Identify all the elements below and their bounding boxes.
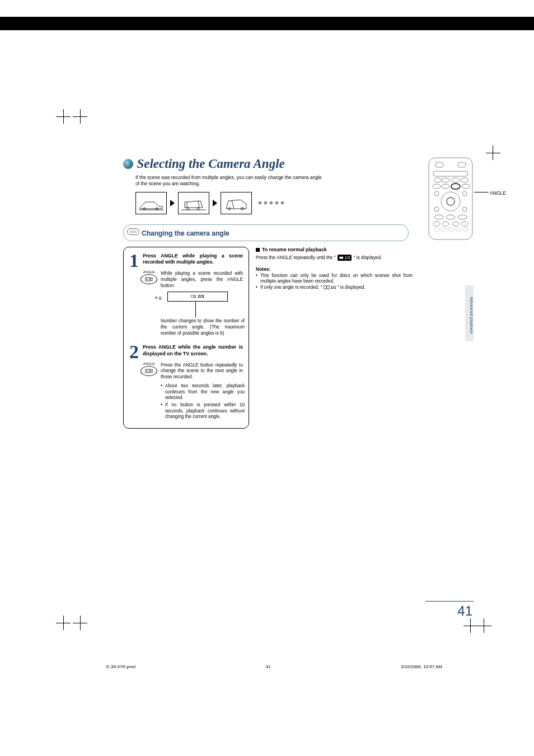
diamond-icon [264,201,268,205]
notes-list: This function can only be used for discs… [256,273,413,291]
crop-mark [463,618,478,633]
square-bullet-icon [256,248,260,252]
step-number: 2 [129,344,140,359]
notes-heading: Notes: [256,266,413,273]
arrow-right-icon [170,200,175,206]
angle-button-label: ANGLE [140,362,157,365]
angle-button-label: ANGLE [140,270,157,274]
angle-illustration-row [135,192,470,214]
inline-icon-value: 1/1 [331,285,336,290]
diamond-icon [269,201,273,205]
page-number: 41 [457,603,472,619]
note-text-a: If only one angle is recorded, " [260,285,322,290]
footer: E-39-47R.pmd 41 3/10/2006, 10:57 AM [106,664,442,669]
crop-mark [73,616,87,630]
crop-mark [56,616,71,630]
resume-heading: To resume normal playback [256,247,413,253]
osd-value: 2/3 [198,294,204,299]
header-blackbar [0,17,534,30]
diamond-icon [275,201,279,205]
svg-rect-35 [339,256,341,259]
footer-file: E-39-47R.pmd [106,664,135,669]
remote-angle-label: ANGLE [490,190,506,196]
notes-column: To resume normal playback Press the ANGL… [256,247,413,429]
crop-mark [477,618,491,633]
label-leader-line [474,192,489,192]
resume-text-b: " is displayed. [353,255,382,261]
remote-diagram [425,157,476,243]
step-heading: Press ANGLE while the angle number is di… [143,344,243,359]
resume-body: Press the ANGLE repeatedly until the " 1… [256,255,413,261]
crop-mark [486,145,500,160]
step-heading: Press ANGLE while playing a scene record… [143,253,243,268]
diamond-icon [258,201,262,205]
step-description: While playing a scene recorded with mult… [161,270,243,288]
osd-pill-icon: 1/3 [338,255,352,261]
angle-button-diagram: ANGLE [140,362,157,380]
example-label: e.g. [155,295,162,300]
subsection-title: Changing the camera angle [142,229,229,237]
crop-mark [56,109,71,124]
osd-display-box: 2/3 [167,292,228,302]
side-tab: Advanced playback [465,285,474,341]
angle-frame-2 [178,192,209,214]
svg-rect-0 [429,158,472,240]
footer-page: 41 [266,664,271,669]
crop-mark [73,109,87,124]
step-bullets: About two seconds later, playback contin… [161,383,245,420]
intro-text: If the scene was recorded from multiple … [135,175,326,187]
footer-date: 3/10/2006, 10:57 AM [401,664,442,669]
bullet-item: About two seconds later, playback contin… [161,383,245,401]
section-heading: Selecting the Camera Angle [123,157,470,171]
note-item: If only one angle is recorded, " 1/1 " i… [256,285,413,291]
camera-angle-icon [191,294,196,299]
svg-rect-32 [191,295,194,298]
resume-heading-text: To resume normal playback [262,247,327,253]
pointer-line [184,302,243,317]
osd-pill-value: 1/3 [345,255,350,260]
camera-icon [145,368,153,374]
note-text-b: " is displayed. [338,285,366,290]
angle-frame-1 [135,192,167,214]
step-1: 1 Press ANGLE while playing a scene reco… [129,253,243,337]
bullet-item: If no button is pressed within 10 second… [161,402,245,420]
subsection-header: DVD Changing the camera angle [123,224,409,241]
page-number-rule [425,601,474,602]
title-bullet-icon [123,159,133,169]
page-title: Selecting the Camera Angle [137,157,284,171]
angle-button-diagram: ANGLE [140,270,157,288]
steps-panel: 1 Press ANGLE while playing a scene reco… [123,247,249,429]
svg-point-34 [147,370,148,372]
camera-angle-inline-icon: 1/1 [324,285,336,290]
svg-rect-36 [324,286,326,289]
step-number: 1 [129,253,140,268]
dvd-pill-icon: DVD [127,228,139,235]
svg-point-31 [147,279,148,280]
angle-frame-3 [221,192,252,214]
step-description: Press the ANGLE button repeatedly to cha… [161,362,243,380]
step-2: 2 Press ANGLE while the angle number is … [129,344,243,420]
camera-icon [145,276,153,282]
arrow-right-icon [213,200,217,206]
step-caption: Number changes to show the number of the… [161,318,245,336]
diamond-icon [280,201,284,205]
resume-text-a: Press the ANGLE repeatedly until the " [256,255,336,261]
note-item: This function can only be used for discs… [256,273,413,285]
